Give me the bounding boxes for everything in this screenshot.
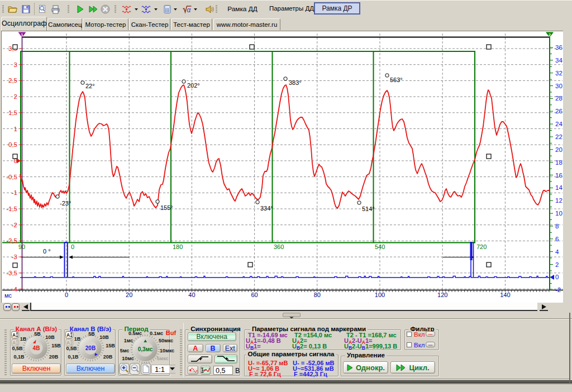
svg-text:-4: -4 bbox=[12, 286, 18, 293]
svg-text:32: 32 bbox=[555, 70, 563, 77]
svg-text:10: 10 bbox=[555, 210, 563, 217]
svg-text:202°: 202° bbox=[187, 82, 200, 89]
svg-text:мс: мс bbox=[4, 292, 12, 299]
svg-text:100: 100 bbox=[375, 291, 385, 298]
svg-text:6: 6 bbox=[555, 236, 559, 242]
svg-text:α: α bbox=[187, 6, 192, 14]
svg-text:1: 1 bbox=[14, 126, 17, 132]
svg-text:3: 3 bbox=[14, 61, 17, 68]
svg-text:12: 12 bbox=[555, 197, 563, 204]
svg-text:-3,5: -3,5 bbox=[6, 270, 17, 276]
svg-text:0: 0 bbox=[71, 243, 74, 250]
svg-text:16: 16 bbox=[555, 172, 563, 179]
svg-text:2,5: 2,5 bbox=[8, 77, 17, 84]
svg-text:-2: -2 bbox=[555, 286, 561, 293]
svg-text:60: 60 bbox=[251, 291, 258, 298]
svg-text:360: 360 bbox=[274, 243, 284, 250]
svg-text:-1: -1 bbox=[12, 189, 17, 196]
svg-text:4: 4 bbox=[555, 248, 559, 255]
svg-text:30: 30 bbox=[555, 83, 563, 89]
svg-text:24: 24 bbox=[555, 121, 563, 127]
svg-text:36: 36 bbox=[555, 44, 563, 51]
svg-text:26: 26 bbox=[555, 108, 563, 114]
svg-text:0: 0 bbox=[65, 291, 68, 298]
svg-text:0 °: 0 ° bbox=[43, 248, 51, 255]
svg-text:120: 120 bbox=[437, 291, 447, 298]
svg-text:514°: 514° bbox=[362, 205, 375, 212]
svg-text:2: 2 bbox=[14, 93, 17, 100]
svg-text:20: 20 bbox=[126, 291, 132, 298]
svg-text:140: 140 bbox=[500, 291, 510, 298]
svg-text:720: 720 bbox=[476, 243, 487, 250]
svg-text:180: 180 bbox=[173, 243, 183, 250]
svg-text:34: 34 bbox=[555, 57, 563, 64]
svg-text:155°: 155° bbox=[160, 204, 173, 211]
svg-text:80: 80 bbox=[314, 291, 321, 298]
svg-text:-2,5: -2,5 bbox=[6, 237, 17, 244]
svg-text:540: 540 bbox=[375, 243, 385, 250]
svg-text:-0,5: -0,5 bbox=[6, 174, 17, 180]
svg-text:28: 28 bbox=[555, 95, 563, 102]
svg-text:383°: 383° bbox=[289, 79, 302, 86]
svg-text:20: 20 bbox=[555, 146, 563, 153]
svg-text:1,5: 1,5 bbox=[8, 109, 17, 116]
svg-text:22°: 22° bbox=[85, 83, 95, 89]
svg-text:8: 8 bbox=[555, 223, 559, 230]
svg-text:1: 1 bbox=[21, 32, 23, 37]
svg-text:-1,5: -1,5 bbox=[6, 205, 17, 212]
svg-text:18: 18 bbox=[555, 159, 563, 166]
svg-text:2: 2 bbox=[555, 261, 559, 268]
svg-text:2: 2 bbox=[549, 32, 551, 37]
svg-text:14: 14 bbox=[555, 184, 563, 191]
svg-text:-23°: -23° bbox=[60, 200, 71, 207]
svg-text:0,5: 0,5 bbox=[8, 141, 17, 148]
svg-text:-3: -3 bbox=[12, 254, 17, 260]
svg-text:334°: 334° bbox=[260, 205, 273, 212]
svg-text:22: 22 bbox=[555, 133, 563, 140]
svg-text:40: 40 bbox=[188, 291, 195, 298]
svg-text:-2: -2 bbox=[12, 222, 17, 228]
svg-text:0: 0 bbox=[555, 274, 559, 280]
svg-text:563°: 563° bbox=[390, 77, 403, 83]
